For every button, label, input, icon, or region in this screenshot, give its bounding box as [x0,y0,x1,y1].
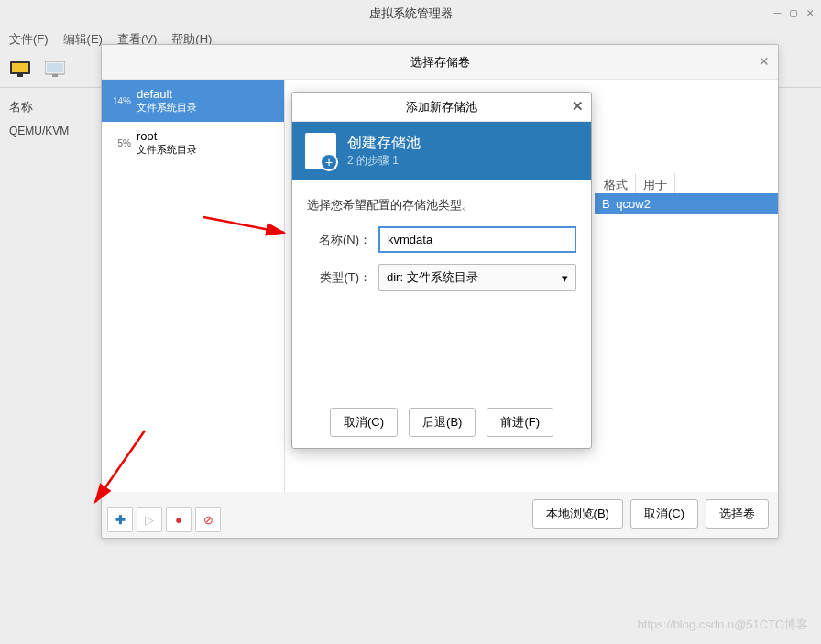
close-icon[interactable]: × [759,52,769,71]
pool-pct: 14% [111,96,131,106]
delete-icon: ⊘ [203,513,213,527]
cancel-button[interactable]: 取消(C) [630,499,698,529]
d2-header: 创建存储池 2 的步骤 1 [292,122,591,180]
svg-rect-4 [47,63,63,72]
name-label: 名称(N)： [307,232,371,248]
pool-toolbar: ✚ ▷ ● ⊘ [107,507,221,532]
pool-name: default [137,87,197,101]
svg-rect-5 [52,74,58,77]
open-icon[interactable] [42,57,68,82]
name-row: 名称(N)： [307,226,576,253]
close-icon[interactable]: ✕ [572,98,584,115]
d2-header-title: 创建存储池 [347,134,421,153]
svg-rect-2 [17,74,23,77]
new-vm-icon[interactable] [7,57,33,82]
menu-file[interactable]: 文件(F) [5,29,52,49]
forward-button[interactable]: 前进(F) [487,408,553,437]
minimize-icon[interactable]: — [774,5,782,19]
type-value: dir: 文件系统目录 [387,269,478,286]
menu-edit[interactable]: 编辑(E) [60,29,106,49]
pool-name: root [137,129,197,143]
start-pool-button[interactable]: ▷ [137,507,162,532]
d2-desc: 选择您希望配置的存储池类型。 [307,197,576,213]
main-title: 虚拟系统管理器 [369,5,453,22]
vol-size: B [602,197,610,211]
connection-item[interactable]: QEMU/KVM [9,121,101,141]
stop-pool-button[interactable]: ● [166,507,192,532]
name-header: 名称 [9,93,101,121]
d1-title: 选择存储卷 [410,54,470,71]
pool-sub: 文件系统目录 [137,101,197,115]
browse-button[interactable]: 本地浏览(B) [532,499,623,529]
maximize-icon[interactable]: ▢ [790,5,797,19]
svg-rect-1 [12,63,28,72]
d1-buttons: 本地浏览(B) 取消(C) 选择卷 [532,499,769,529]
d2-content: 选择您希望配置的存储池类型。 名称(N)： 类型(T)： dir: 文件系统目录… [292,180,591,319]
chevron-down-icon: ▾ [562,271,568,285]
type-label: 类型(T)： [307,269,371,286]
add-pool-dialog: 添加新存储池 ✕ 创建存储池 2 的步骤 1 选择您希望配置的存储池类型。 名称… [291,92,592,449]
window-controls: — ▢ ✕ [774,5,814,19]
watermark: https://blog.csdn.n@51CTO博客 [638,617,808,633]
d2-header-step: 2 的步骤 1 [347,153,421,169]
cancel-button[interactable]: 取消(C) [330,408,398,437]
play-icon: ▷ [145,513,154,527]
pool-item-root[interactable]: 5% root 文件系统目录 [102,122,284,164]
name-input[interactable] [378,226,576,253]
pool-sub: 文件系统目录 [137,143,197,157]
pool-item-default[interactable]: 14% default 文件系统目录 [102,80,284,122]
type-row: 类型(T)： dir: 文件系统目录 ▾ [307,264,576,291]
storage-add-icon [305,133,336,169]
select-volume-button[interactable]: 选择卷 [706,499,769,529]
close-icon[interactable]: ✕ [806,5,814,19]
main-titlebar: 虚拟系统管理器 — ▢ ✕ [0,0,821,27]
add-pool-button[interactable]: ✚ [107,507,133,532]
delete-pool-button[interactable]: ⊘ [195,507,221,532]
pool-list: 14% default 文件系统目录 5% root 文件系统目录 [102,80,285,492]
type-select[interactable]: dir: 文件系统目录 ▾ [378,264,576,291]
d2-title: 添加新存储池 [406,99,477,115]
back-button[interactable]: 后退(B) [409,408,476,437]
connection-sidebar: 名称 QEMU/KVM [0,88,110,644]
pool-pct: 5% [111,138,131,148]
volume-row[interactable]: B qcow2 [595,193,778,214]
plus-icon: ✚ [115,513,126,527]
d1-titlebar: 选择存储卷 × [102,45,778,80]
record-icon: ● [175,513,182,527]
d2-buttons: 取消(C) 后退(B) 前进(F) [292,408,591,437]
vol-format: qcow2 [616,197,651,211]
d2-titlebar: 添加新存储池 ✕ [292,93,591,122]
